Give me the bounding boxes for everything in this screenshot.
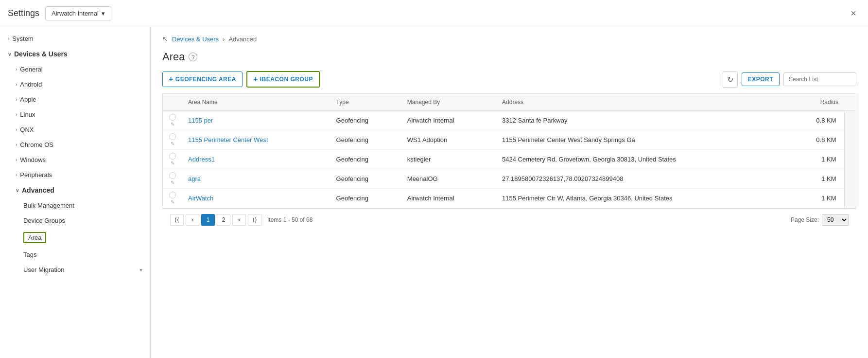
sidebar-item-windows[interactable]: › Windows [0,152,150,167]
page-size-label: Page Size: [791,216,819,223]
row-type-4: Geofencing [330,189,401,208]
th-select [163,94,182,111]
row-type-2: Geofencing [330,150,401,169]
row-type-1: Geofencing [330,130,401,150]
help-icon[interactable]: ? [189,53,197,61]
row-radius-1: 0.8 KM [796,130,844,150]
edit-icon-2[interactable]: ✎ [171,161,174,166]
sidebar-item-label: Tags [23,251,36,258]
page-2-button[interactable]: 2 [217,214,230,226]
sidebar-item-general[interactable]: › General [0,62,150,77]
row-managed-by-4: Airwatch Internal [401,189,496,208]
chevron-right-icon: › [16,127,17,132]
row-radio-0[interactable] [169,114,176,121]
row-radio-1[interactable] [169,133,176,140]
row-radio-2[interactable] [169,153,176,160]
edit-icon-0[interactable]: ✎ [171,122,174,127]
table-row: ✎ Address1 Geofencing kstiegler 5424 Cem… [163,150,856,169]
sidebar-item-android[interactable]: › Android [0,77,150,92]
sidebar-item-label: Chrome OS [20,141,53,148]
main-layout: › System ∨ Devices & Users › General › A… [0,27,868,358]
row-scroll-1 [844,130,856,150]
sidebar-item-area[interactable]: Area [0,228,150,247]
breadcrumb: ↖ Devices & Users › Advanced [162,35,856,43]
sidebar-item-devices-users[interactable]: ∨ Devices & Users [0,46,150,62]
top-bar: Settings Airwatch Internal ▾ × [0,0,868,27]
page-size-select[interactable]: 25 50 100 200 [822,214,849,226]
ibeacon-group-button[interactable]: + IBEACON GROUP [246,71,320,88]
page-1-button[interactable]: 1 [201,214,215,226]
toolbar: + GEOFENCING AREA + IBEACON GROUP ↻ EXPO… [162,71,856,88]
chevron-right-icon: › [16,172,17,178]
sidebar-item-label: Devices & Users [14,50,68,58]
th-area-name: Area Name [182,94,330,111]
edit-icon-3[interactable]: ✎ [171,180,174,185]
prev-page-button[interactable]: ‹ [186,214,199,226]
sidebar-item-device-groups[interactable]: Device Groups [0,213,150,228]
search-input[interactable] [783,72,856,86]
sidebar-item-label: Advanced [22,186,54,194]
content-inner: ↖ Devices & Users › Advanced Area ? + GE… [151,27,868,238]
table-row: ✎ 1155 Perimeter Center West Geofencing … [163,130,856,150]
chevron-right-icon: › [16,112,17,117]
sidebar-item-label: Bulk Management [23,202,74,209]
row-managed-by-1: WS1 Adoption [401,130,496,150]
geofencing-area-button[interactable]: + GEOFENCING AREA [162,72,243,87]
row-radio-4[interactable] [169,192,176,198]
sidebar-item-chrome-os[interactable]: › Chrome OS [0,137,150,152]
app-title: Settings [8,8,39,18]
edit-icon-4[interactable]: ✎ [171,199,174,205]
sidebar-item-qnx[interactable]: › QNX [0,122,150,137]
area-name-link-1[interactable]: 1155 Perimeter Center West [188,136,268,143]
area-name-link-3[interactable]: agra [188,175,201,182]
geofencing-btn-label: GEOFENCING AREA [175,76,236,83]
refresh-button[interactable]: ↻ [723,72,738,88]
row-scroll-0 [844,111,856,130]
row-controls-cell: ✎ [163,130,182,150]
row-area-name-3: agra [182,169,330,189]
breadcrumb-devices-users[interactable]: Devices & Users [172,36,219,43]
th-address: Address [496,94,796,111]
area-name-link-2[interactable]: Address1 [188,156,215,163]
row-radius-3: 1 KM [796,169,844,189]
table-row: ✎ 1155 per Geofencing Airwatch Internal … [163,111,856,130]
chevron-down-icon: ▾ [102,10,105,17]
sidebar-item-label: System [12,35,33,42]
page-title: Area [162,51,185,63]
breadcrumb-separator: › [223,36,225,43]
row-scroll-3 [844,169,856,189]
edit-icon-1[interactable]: ✎ [171,141,174,146]
table-row: ✎ AirWatch Geofencing Airwatch Internal … [163,189,856,208]
row-address-2: 5424 Cemetery Rd, Grovetown, Georgia 308… [496,150,796,169]
row-radius-2: 1 KM [796,150,844,169]
sidebar-item-linux[interactable]: › Linux [0,107,150,122]
sidebar-item-user-migration[interactable]: User Migration ▾ [0,262,150,277]
sidebar-item-label: QNX [20,126,34,133]
sidebar-item-label: Device Groups [23,217,65,224]
page-title-row: Area ? [162,51,856,63]
first-page-button[interactable]: ⟨⟨ [170,214,184,226]
scroll-down-icon: ▾ [139,267,142,273]
row-radius-0: 0.8 KM [796,111,844,130]
export-button[interactable]: EXPORT [742,72,780,86]
sidebar-item-peripherals[interactable]: › Peripherals [0,167,150,182]
plus-icon: + [253,75,258,84]
area-name-link-0[interactable]: 1155 per [188,117,213,124]
sidebar-item-apple[interactable]: › Apple [0,92,150,107]
top-bar-left: Settings Airwatch Internal ▾ [8,6,111,20]
sidebar-item-tags[interactable]: Tags [0,247,150,262]
table-header-row: Area Name Type Managed By Address [163,94,856,111]
last-page-button[interactable]: ⟩⟩ [248,214,261,226]
row-radio-3[interactable] [169,172,176,179]
org-dropdown[interactable]: Airwatch Internal ▾ [45,6,111,20]
row-managed-by-3: MeenalOG [401,169,496,189]
sidebar-item-advanced[interactable]: ∨ Advanced [0,182,150,198]
chevron-right-icon: › [16,97,17,102]
items-info: Items 1 - 50 of 68 [267,216,312,223]
close-button[interactable]: × [847,6,860,21]
sidebar-item-system[interactable]: › System [0,31,150,46]
row-controls-cell: ✎ [163,150,182,169]
sidebar-item-bulk-management[interactable]: Bulk Management [0,198,150,213]
next-page-button[interactable]: › [232,214,246,226]
area-name-link-4[interactable]: AirWatch [188,195,213,202]
